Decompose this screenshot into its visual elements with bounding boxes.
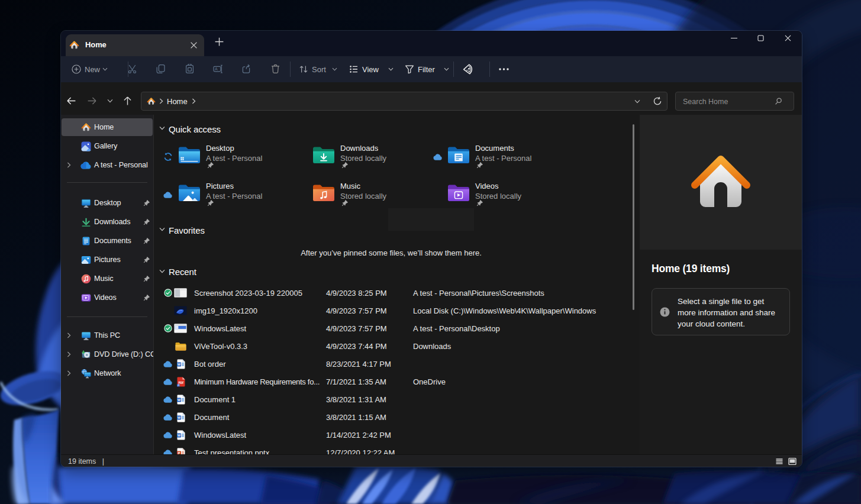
svg-text:A: A (215, 67, 218, 71)
